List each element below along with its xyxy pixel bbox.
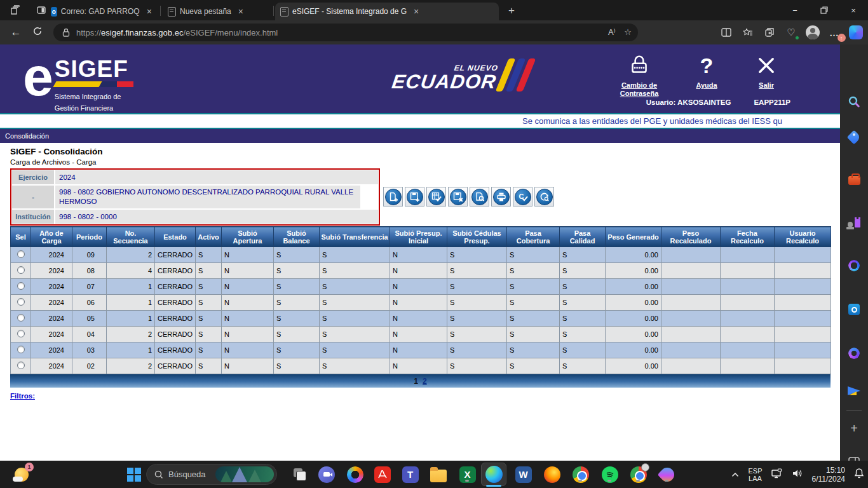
- table-cell: N: [390, 327, 447, 342]
- browser-tab-esigef[interactable]: eSIGEF - Sistema Integrado de G ×: [275, 3, 499, 20]
- sidebar-send-icon[interactable]: [846, 383, 862, 398]
- new-document-button[interactable]: [383, 187, 403, 207]
- sidebar-games-icon[interactable]: [846, 215, 862, 230]
- sidebar-search-icon[interactable]: [846, 94, 862, 109]
- split-screen-icon[interactable]: [719, 25, 733, 39]
- chrome-profile-button[interactable]: [630, 466, 647, 483]
- row-select-radio[interactable]: [17, 298, 25, 306]
- workspaces-icon[interactable]: [9, 4, 20, 16]
- start-button[interactable]: [125, 466, 142, 483]
- row-select-radio[interactable]: [17, 330, 25, 337]
- refresh-icon[interactable]: [27, 26, 48, 39]
- table-cell: N: [390, 295, 447, 311]
- tab-close-icon[interactable]: ×: [236, 7, 245, 16]
- column-header: Fecha Recalculo: [721, 227, 775, 247]
- sidebar-tools-icon[interactable]: [846, 172, 862, 187]
- esigef-logo: e SIGEF Sistema Integrado deGestión Fina…: [23, 50, 137, 113]
- lock-icon[interactable]: [62, 28, 70, 37]
- close-button[interactable]: ×: [839, 0, 868, 20]
- settings-more-icon[interactable]: …↑: [827, 25, 841, 39]
- announcement-marquee: Se comunica a las entidades del PGE y un…: [0, 113, 840, 129]
- edge-button[interactable]: [485, 466, 503, 483]
- read-aloud-icon[interactable]: A): [608, 27, 615, 37]
- table-row: 2024022CERRADOSNSSNSSS0.00: [11, 358, 831, 374]
- table-cell: 09: [72, 247, 107, 263]
- filters-link[interactable]: Filtros:: [10, 392, 35, 400]
- preview-document-button[interactable]: [470, 187, 489, 207]
- tab-close-icon[interactable]: ×: [412, 7, 421, 16]
- teams-chat-button[interactable]: [318, 466, 335, 483]
- column-header: Subió Balance: [274, 227, 320, 247]
- browser-essentials-icon[interactable]: ♡: [784, 25, 798, 39]
- browser-tab-newtab[interactable]: Nueva pestaña ×: [163, 3, 272, 20]
- save-add-button[interactable]: [405, 187, 424, 207]
- quality-check-button[interactable]: C: [513, 187, 532, 207]
- language-indicator[interactable]: ESPLAA: [748, 467, 762, 482]
- row-select-radio[interactable]: [17, 346, 25, 353]
- explorer-button[interactable]: [430, 466, 447, 483]
- profile-avatar[interactable]: [806, 25, 820, 39]
- paint-button[interactable]: [658, 466, 675, 483]
- row-select-radio[interactable]: [17, 266, 25, 274]
- row-select-radio[interactable]: [17, 282, 25, 290]
- row-select-radio[interactable]: [17, 362, 25, 369]
- tab-close-icon[interactable]: ×: [145, 7, 154, 16]
- collections-icon[interactable]: [763, 25, 776, 39]
- minimize-button[interactable]: −: [780, 0, 810, 20]
- acrobat-button[interactable]: [374, 466, 391, 483]
- search-highlight-image[interactable]: [215, 466, 274, 482]
- favorites-icon[interactable]: [741, 25, 755, 39]
- copilot-icon[interactable]: [849, 25, 863, 39]
- chrome-button[interactable]: [572, 466, 589, 483]
- restore-button[interactable]: [810, 0, 839, 20]
- sidebar-m365-icon[interactable]: [846, 258, 862, 273]
- address-bar[interactable]: https://esigef.finanzas.gob.ec/eSIGEF/me…: [53, 24, 638, 41]
- firefox-button[interactable]: [543, 466, 560, 483]
- copilot-taskbar-button[interactable]: [346, 466, 363, 483]
- logout-action[interactable]: Salir: [747, 51, 785, 98]
- sidebar-add-icon[interactable]: +: [846, 421, 862, 436]
- table-cell: S: [560, 327, 606, 342]
- sidebar-outlook-icon[interactable]: [846, 302, 862, 317]
- search-icon: [154, 470, 163, 479]
- clock-widget[interactable]: 15:106/11/2024: [812, 466, 846, 484]
- favorite-star-icon[interactable]: ☆: [624, 27, 632, 37]
- network-icon[interactable]: [771, 468, 783, 481]
- browser-navbar: ← https://esigef.finanzas.gob.ec/eSIGEF/…: [0, 20, 868, 44]
- table-cell: [775, 358, 831, 374]
- tray-chevron-icon[interactable]: [731, 470, 739, 479]
- excel-button[interactable]: X: [459, 466, 476, 483]
- change-password-action[interactable]: Cambio de Contraseña: [613, 51, 666, 98]
- weather-widget[interactable]: 1: [13, 466, 30, 483]
- validate-grid-button[interactable]: [426, 187, 446, 207]
- preview-document-icon: [471, 189, 488, 205]
- table-row: 2024061CERRADOSNSSNSSS0.00: [11, 295, 831, 311]
- table-cell: S: [274, 295, 320, 311]
- row-select-radio[interactable]: [17, 250, 25, 258]
- row-select-radio[interactable]: [17, 314, 25, 322]
- pagination-page-link[interactable]: 2: [423, 377, 427, 386]
- menu-consolidacion[interactable]: Consolidación: [5, 132, 49, 140]
- notifications-bell-icon[interactable]: [854, 468, 864, 481]
- pagination-current-page: 1: [414, 377, 418, 386]
- new-tab-button[interactable]: +: [508, 5, 515, 16]
- help-action[interactable]: ? Ayuda: [688, 51, 726, 98]
- table-cell: 0.00: [606, 342, 661, 358]
- task-view-button[interactable]: [291, 466, 308, 483]
- table-cell: S: [320, 358, 390, 374]
- sidebar-clipchamp-icon[interactable]: [846, 346, 862, 361]
- back-icon[interactable]: ←: [5, 26, 27, 39]
- table-cell: S: [507, 358, 560, 374]
- browser-tab-mail[interactable]: o Correo: GAD PARROQUIAL VALLE ×: [46, 3, 159, 20]
- spotify-button[interactable]: [601, 466, 618, 483]
- table-cell: S: [320, 327, 390, 342]
- volume-icon[interactable]: [792, 468, 803, 481]
- word-button[interactable]: W: [515, 466, 532, 483]
- teams-button[interactable]: T: [402, 466, 419, 483]
- delete-record-button[interactable]: [448, 187, 468, 207]
- sidebar-shopping-icon[interactable]: [846, 130, 862, 145]
- taskbar-search[interactable]: Búsqueda: [146, 464, 277, 485]
- recalculate-button[interactable]: [534, 187, 554, 207]
- print-button[interactable]: [491, 187, 511, 207]
- tab-title: eSIGEF - Sistema Integrado de G: [292, 7, 407, 16]
